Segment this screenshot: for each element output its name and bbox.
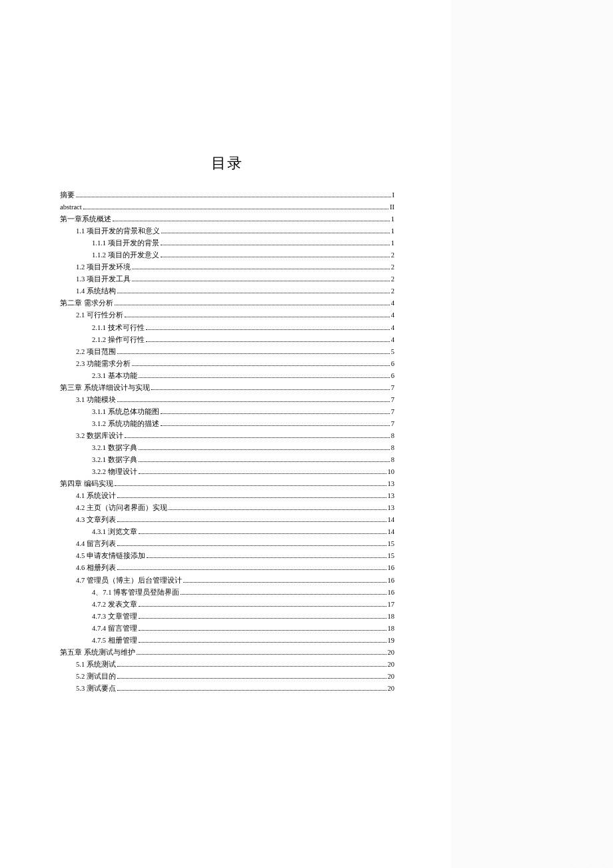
toc-entry[interactable]: 5.3 测试要点20 — [60, 683, 394, 695]
toc-entry[interactable]: 3.2.1 数据字典8 — [60, 442, 394, 454]
toc-entry-label: 2.2 项目范围 — [76, 346, 116, 358]
toc-entry-label: 4.3.1 浏览文章 — [92, 526, 137, 538]
toc-entry[interactable]: 4.4 留言列表15 — [60, 538, 394, 550]
table-of-contents: 摘要IabstractII第一章系统概述11.1 项目开发的背景和意义11.1.… — [60, 189, 394, 695]
toc-entry[interactable]: 3.2.1 数据字典8 — [60, 454, 394, 466]
toc-entry[interactable]: 2.1.1 技术可行性4 — [60, 322, 394, 334]
toc-leader-dots — [117, 497, 386, 498]
toc-entry-label: 4.2 主页（访问者界面）实现 — [76, 502, 167, 514]
toc-entry[interactable]: 摘要I — [60, 189, 394, 201]
toc-leader-dots — [76, 197, 391, 197]
toc-leader-dots — [147, 557, 386, 558]
toc-leader-dots — [139, 630, 386, 631]
toc-entry[interactable]: 1.3 项目开发工具2 — [60, 273, 394, 285]
toc-entry-page: 20 — [388, 647, 395, 659]
toc-entry-label: 1.2 项目开发环境 — [76, 261, 131, 273]
toc-entry-page: 10 — [388, 466, 395, 478]
toc-entry[interactable]: 4.7 管理员（博主）后台管理设计16 — [60, 575, 394, 587]
toc-entry[interactable]: 4.1 系统设计13 — [60, 490, 394, 502]
toc-entry[interactable]: 4.3.1 浏览文章14 — [60, 526, 394, 538]
toc-entry[interactable]: 第三章 系统详细设计与实现7 — [60, 382, 394, 394]
toc-entry-label: 3.2.1 数据字典 — [92, 454, 137, 466]
toc-leader-dots — [139, 473, 386, 474]
toc-entry[interactable]: 1.4 系统结构2 — [60, 285, 394, 297]
toc-entry[interactable]: 4.3 文章列表14 — [60, 514, 394, 526]
page-wrapper: 目录 摘要IabstractII第一章系统概述11.1 项目开发的背景和意义11… — [0, 0, 613, 868]
toc-entry-page: 18 — [388, 623, 395, 635]
toc-entry-page: 16 — [388, 575, 395, 587]
toc-entry-page: 13 — [388, 490, 395, 502]
toc-entry-page: 13 — [388, 502, 395, 514]
toc-entry[interactable]: 4.6 相册列表16 — [60, 562, 394, 574]
toc-entry-page: 14 — [388, 514, 395, 526]
toc-leader-dots — [146, 329, 390, 330]
toc-entry-label: 3.1.2 系统功能的描述 — [92, 418, 159, 430]
toc-leader-dots — [181, 594, 386, 595]
toc-entry-page: 2 — [391, 261, 394, 273]
toc-leader-dots — [132, 269, 390, 269]
toc-entry-label: 2.3 功能需求分析 — [76, 358, 131, 370]
toc-entry-label: 摘要 — [60, 189, 75, 201]
toc-entry-label: 4.3 文章列表 — [76, 514, 116, 526]
toc-leader-dots — [132, 365, 390, 366]
toc-entry[interactable]: 第二章 需求分析4 — [60, 297, 394, 309]
toc-entry[interactable]: 第五章 系统测试与维护20 — [60, 647, 394, 659]
toc-leader-dots — [125, 317, 390, 317]
toc-entry-page: 6 — [391, 358, 394, 370]
toc-entry-page: 1 — [391, 225, 394, 237]
toc-entry[interactable]: 3.2.2 物理设计10 — [60, 466, 394, 478]
toc-entry-label: 2.1.2 操作可行性 — [92, 334, 145, 346]
toc-entry[interactable]: 3.1.1 系统总体功能图7 — [60, 406, 394, 418]
toc-entry[interactable]: 第一章系统概述1 — [60, 213, 394, 225]
toc-entry[interactable]: 4.7.3 文章管理18 — [60, 611, 394, 623]
toc-title: 目录 — [60, 153, 394, 173]
toc-leader-dots — [117, 521, 386, 522]
toc-entry[interactable]: 1.1.2 项目的开发意义2 — [60, 249, 394, 261]
toc-entry[interactable]: 4.5 申请友情链接添加15 — [60, 550, 394, 562]
toc-leader-dots — [117, 401, 390, 402]
toc-entry[interactable]: 4.7.4 留言管理18 — [60, 623, 394, 635]
toc-entry[interactable]: 2.3 功能需求分析6 — [60, 358, 394, 370]
toc-leader-dots — [139, 377, 390, 378]
toc-entry-page: 16 — [388, 587, 395, 599]
toc-entry-page: 17 — [388, 599, 395, 611]
toc-entry[interactable]: 3.1.2 系统功能的描述7 — [60, 418, 394, 430]
toc-entry[interactable]: 4.2 主页（访问者界面）实现13 — [60, 502, 394, 514]
toc-entry[interactable]: 第四章 编码实现13 — [60, 478, 394, 490]
toc-entry-label: 第三章 系统详细设计与实现 — [60, 382, 150, 394]
toc-entry-label: 5.3 测试要点 — [76, 683, 116, 695]
toc-entry-label: 5.2 测试目的 — [76, 671, 116, 683]
toc-leader-dots — [139, 642, 386, 643]
toc-entry-page: 20 — [388, 683, 395, 695]
toc-entry-label: 3.2.2 物理设计 — [92, 466, 137, 478]
toc-entry-label: 第五章 系统测试与维护 — [60, 647, 135, 659]
toc-leader-dots — [161, 233, 390, 233]
toc-entry-label: 2.3.1 基本功能 — [92, 370, 137, 382]
toc-entry[interactable]: 1.1.1 项目开发的背景1 — [60, 237, 394, 249]
toc-entry-label: 第四章 编码实现 — [60, 478, 113, 490]
toc-entry[interactable]: 4.7.5 相册管理19 — [60, 635, 394, 647]
toc-leader-dots — [117, 293, 390, 293]
toc-entry[interactable]: 1.1 项目开发的背景和意义1 — [60, 225, 394, 237]
toc-entry[interactable]: 4、7.1 博客管理员登陆界面16 — [60, 587, 394, 599]
toc-entry[interactable]: 4.7.2 发表文章17 — [60, 599, 394, 611]
toc-entry[interactable]: abstractII — [60, 201, 394, 213]
toc-entry[interactable]: 3.2 数据库设计8 — [60, 430, 394, 442]
document-page: 目录 摘要IabstractII第一章系统概述11.1 项目开发的背景和意义11… — [0, 0, 451, 868]
toc-leader-dots — [139, 461, 390, 462]
toc-entry[interactable]: 5.1 系统测试20 — [60, 659, 394, 671]
toc-entry[interactable]: 2.3.1 基本功能6 — [60, 370, 394, 382]
toc-entry-page: 13 — [388, 478, 395, 490]
toc-entry[interactable]: 3.1 功能模块7 — [60, 394, 394, 406]
side-background — [451, 0, 613, 868]
toc-entry-page: 1 — [391, 213, 394, 225]
toc-entry[interactable]: 2.1.2 操作可行性4 — [60, 334, 394, 346]
toc-entry-page: 4 — [391, 334, 394, 346]
toc-entry[interactable]: 2.2 项目范围5 — [60, 346, 394, 358]
toc-entry-page: 18 — [388, 611, 395, 623]
toc-entry[interactable]: 5.2 测试目的20 — [60, 671, 394, 683]
toc-entry-label: 1.1.1 项目开发的背景 — [92, 237, 159, 249]
toc-entry[interactable]: 1.2 项目开发环境2 — [60, 261, 394, 273]
toc-entry[interactable]: 2.1 可行性分析4 — [60, 309, 394, 321]
toc-entry-page: 7 — [391, 418, 394, 430]
